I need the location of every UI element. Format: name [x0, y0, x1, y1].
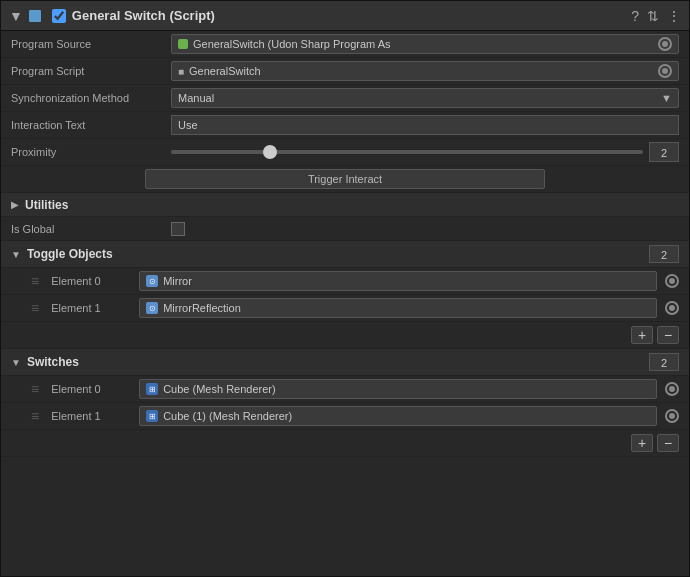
interaction-text-input[interactable] — [171, 115, 679, 135]
program-script-icon: ■ — [178, 66, 184, 77]
element-1-value[interactable]: ⊙ MirrorReflection — [139, 298, 657, 318]
switches-element-0-icon: ⊞ — [146, 383, 158, 395]
element-1-label: Element 1 — [51, 302, 131, 314]
toggle-objects-header: ▼ Toggle Objects 2 — [1, 241, 689, 268]
switches-element-1-label: Element 1 — [51, 410, 131, 422]
panel-header: ▼ General Switch (Script) ? ⇅ ⋮ — [1, 1, 689, 31]
switches-element-0-label: Element 0 — [51, 383, 131, 395]
sync-method-dropdown[interactable]: Manual ▼ — [171, 88, 679, 108]
toggle-objects-remove-button[interactable]: − — [657, 326, 679, 344]
element-1-target-btn[interactable] — [665, 301, 679, 315]
toggle-objects-add-button[interactable]: + — [631, 326, 653, 344]
enable-checkbox[interactable] — [52, 9, 66, 23]
switches-element-1-icon: ⊞ — [146, 410, 158, 422]
program-script-label: Program Script — [11, 65, 171, 77]
program-source-value[interactable]: GeneralSwitch (Udon Sharp Program As — [171, 34, 679, 54]
toggle-objects-element-1-row: ≡ Element 1 ⊙ MirrorReflection — [1, 295, 689, 322]
is-global-row: Is Global — [1, 217, 689, 241]
element-0-icon: ⊙ — [146, 275, 158, 287]
switches-element-1-row: ≡ Element 1 ⊞ Cube (1) (Mesh Renderer) — [1, 403, 689, 430]
header-actions: ? ⇅ ⋮ — [631, 8, 681, 24]
program-source-target-btn[interactable] — [658, 37, 672, 51]
switches-toggle-icon[interactable]: ▼ — [11, 357, 21, 368]
toggle-objects-title: Toggle Objects — [27, 247, 113, 261]
switches-remove-button[interactable]: − — [657, 434, 679, 452]
script-icon — [29, 10, 41, 22]
proximity-row: Proximity 2 — [1, 139, 689, 166]
switches-count[interactable]: 2 — [649, 353, 679, 371]
utilities-section: ▶ Utilities — [1, 193, 689, 217]
sync-method-row: Synchronization Method Manual ▼ — [1, 85, 689, 112]
switches-element-0-handle-icon: ≡ — [31, 381, 39, 397]
sync-method-label: Synchronization Method — [11, 92, 171, 104]
element-1-icon: ⊙ — [146, 302, 158, 314]
interaction-text-label: Interaction Text — [11, 119, 171, 131]
switches-add-remove-row: + − — [1, 430, 689, 457]
program-source-row: Program Source GeneralSwitch (Udon Sharp… — [1, 31, 689, 58]
switches-element-1-value[interactable]: ⊞ Cube (1) (Mesh Renderer) — [139, 406, 657, 426]
program-script-target-btn[interactable] — [658, 64, 672, 78]
element-0-label: Element 0 — [51, 275, 131, 287]
collapse-arrow-icon[interactable]: ▼ — [9, 8, 23, 24]
element-1-handle-icon: ≡ — [31, 300, 39, 316]
program-source-label: Program Source — [11, 38, 171, 50]
element-0-handle-icon: ≡ — [31, 273, 39, 289]
program-script-value[interactable]: ■ GeneralSwitch — [171, 61, 679, 81]
toggle-objects-element-0-row: ≡ Element 0 ⊙ Mirror — [1, 268, 689, 295]
toggle-objects-toggle-icon[interactable]: ▼ — [11, 249, 21, 260]
more-icon[interactable]: ⋮ — [667, 8, 681, 24]
switches-element-1-target-btn[interactable] — [665, 409, 679, 423]
switches-title: Switches — [27, 355, 79, 369]
layout-icon[interactable]: ⇅ — [647, 8, 659, 24]
program-source-icon — [178, 39, 188, 49]
switches-add-button[interactable]: + — [631, 434, 653, 452]
program-script-row: Program Script ■ GeneralSwitch — [1, 58, 689, 85]
utilities-title: Utilities — [25, 198, 68, 212]
proximity-value[interactable]: 2 — [649, 142, 679, 162]
switches-element-0-value[interactable]: ⊞ Cube (Mesh Renderer) — [139, 379, 657, 399]
is-global-checkbox[interactable] — [171, 222, 185, 236]
proximity-slider[interactable] — [171, 150, 643, 154]
toggle-objects-add-remove-row: + − — [1, 322, 689, 349]
panel-title: General Switch (Script) — [72, 8, 625, 23]
switches-element-0-target-btn[interactable] — [665, 382, 679, 396]
element-0-target-btn[interactable] — [665, 274, 679, 288]
switches-element-1-handle-icon: ≡ — [31, 408, 39, 424]
inspector-panel: ▼ General Switch (Script) ? ⇅ ⋮ Program … — [0, 0, 690, 577]
toggle-objects-count[interactable]: 2 — [649, 245, 679, 263]
interaction-text-row: Interaction Text — [1, 112, 689, 139]
utilities-toggle-icon[interactable]: ▶ — [11, 199, 19, 210]
switches-header: ▼ Switches 2 — [1, 349, 689, 376]
is-global-label: Is Global — [11, 223, 171, 235]
switches-element-0-row: ≡ Element 0 ⊞ Cube (Mesh Renderer) — [1, 376, 689, 403]
trigger-interact-button[interactable]: Trigger Interact — [145, 169, 546, 189]
trigger-row: Trigger Interact — [1, 166, 689, 193]
proximity-slider-container: 2 — [171, 142, 679, 162]
help-icon[interactable]: ? — [631, 8, 639, 24]
element-0-value[interactable]: ⊙ Mirror — [139, 271, 657, 291]
proximity-label: Proximity — [11, 146, 171, 158]
sync-method-arrow-icon: ▼ — [661, 92, 672, 104]
